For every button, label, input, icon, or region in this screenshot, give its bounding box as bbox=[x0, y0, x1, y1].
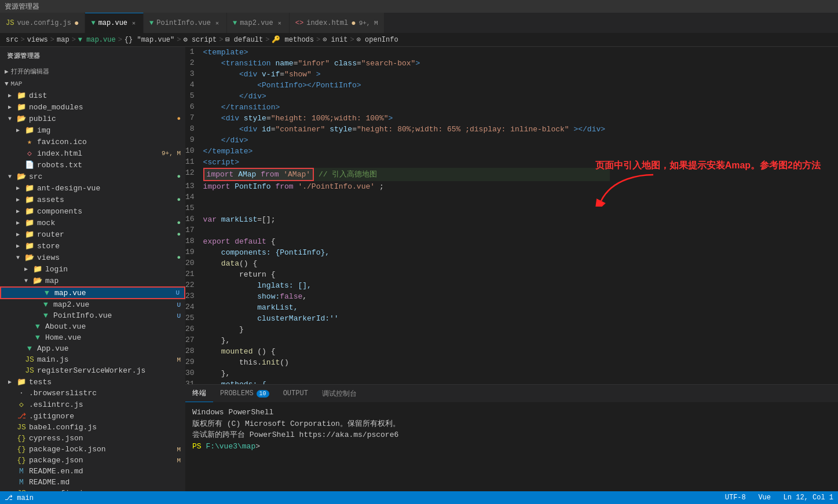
line-number: 26 bbox=[185, 324, 203, 335]
folder-icon: 📁 bbox=[24, 207, 35, 216]
code-line-19: 19 components: {PontiInfo}, bbox=[185, 247, 838, 258]
js-icon: JS bbox=[24, 366, 35, 375]
tree-app-vue[interactable]: ▼ App.vue bbox=[0, 343, 185, 354]
bottom-panel: 终端 PROBLEMS 10 OUTPUT 调试控制台 Windows Powe… bbox=[185, 384, 838, 491]
tree-img[interactable]: ▶ 📁 img bbox=[0, 124, 185, 136]
tree-map-vue[interactable]: ▼ map.vue U bbox=[0, 286, 185, 299]
tree-mock[interactable]: ▶ 📁 mock ● bbox=[0, 217, 185, 229]
line-bg bbox=[610, 168, 838, 181]
folder-icon: 📁 bbox=[24, 218, 35, 227]
folder-icon: 📁 bbox=[24, 195, 35, 204]
tab-map-vue[interactable]: ▼ map.vue ✕ bbox=[85, 13, 144, 33]
folder-icon: 📁 bbox=[24, 230, 35, 239]
terminal-tab[interactable]: 终端 bbox=[185, 385, 213, 402]
tree-cypress-json[interactable]: {} cypress.json bbox=[0, 433, 185, 444]
code-line-23: 23 show:false, bbox=[185, 291, 838, 302]
tree-main-js[interactable]: JS main.js M bbox=[0, 354, 185, 365]
json-icon: {} bbox=[16, 445, 27, 454]
tree-readme[interactable]: M README.md bbox=[0, 477, 185, 488]
code-line-26: 26 } bbox=[185, 324, 838, 335]
tree-browserslistrc[interactable]: · .browserslistrc bbox=[0, 388, 185, 399]
tree-about-vue[interactable]: ▼ About.vue bbox=[0, 321, 185, 332]
line-content: export default { bbox=[203, 236, 610, 247]
folder-icon: 📁 bbox=[24, 183, 35, 193]
tree-node-modules[interactable]: ▶ 📁 node_modules bbox=[0, 101, 185, 113]
item-name: registerServiceWorker.js bbox=[37, 366, 185, 375]
line-content: mounted () { bbox=[203, 346, 610, 357]
line-bg bbox=[610, 214, 838, 225]
tree-eslintrc[interactable]: ◇ .eslintrc.js bbox=[0, 399, 185, 410]
code-editor[interactable]: 1 <template> 2 <transition name="infor" … bbox=[185, 47, 838, 384]
map-section-header[interactable]: ▼ MAP bbox=[0, 78, 185, 90]
tree-assets[interactable]: ▶ 📁 assets ● bbox=[0, 194, 185, 205]
code-line-7: 7 <div style="height: 100%;width: 100%"> bbox=[185, 113, 838, 124]
folder-arrow: ▶ bbox=[16, 185, 24, 192]
bottom-tabs: 终端 PROBLEMS 10 OUTPUT 调试控制台 bbox=[185, 385, 838, 402]
tab-pointinfo[interactable]: ▼ PointInfo.vue ✕ bbox=[144, 13, 227, 33]
tree-pointinfo-vue[interactable]: ▼ PointInfo.vue U bbox=[0, 310, 185, 321]
tree-views[interactable]: ▼ 📂 views ● bbox=[0, 252, 185, 263]
line-number: 7 bbox=[185, 113, 203, 124]
tree-package-json[interactable]: {} package.json M bbox=[0, 455, 185, 466]
line-bg bbox=[610, 269, 838, 280]
tree-readme-en[interactable]: M README.en.md bbox=[0, 466, 185, 477]
item-name: views bbox=[37, 253, 177, 262]
item-name: map bbox=[45, 277, 185, 285]
tab-close-btn[interactable]: ✕ bbox=[214, 19, 221, 27]
code-line-9: 9 </div> bbox=[185, 135, 838, 146]
tree-home-vue[interactable]: ▼ Home.vue bbox=[0, 332, 185, 343]
tree-router[interactable]: ▶ 📁 router ● bbox=[0, 229, 185, 240]
problems-tab[interactable]: PROBLEMS 10 bbox=[213, 385, 276, 402]
js-icon: JS bbox=[16, 423, 27, 432]
tab-index-html[interactable]: <> index.html ● 9+, M bbox=[290, 13, 385, 33]
ico-icon: ★ bbox=[24, 137, 35, 146]
tree-gitignore[interactable]: ⎇ .gitignore bbox=[0, 410, 185, 422]
code-line-31: 31 methods: { bbox=[185, 379, 838, 384]
tree-tests[interactable]: ▶ 📁 tests bbox=[0, 376, 185, 388]
tab-close-btn[interactable]: ✕ bbox=[276, 19, 283, 27]
tree-dist[interactable]: ▶ 📁 dist bbox=[0, 90, 185, 101]
folder-arrow: ▶ bbox=[8, 92, 16, 99]
line-bg bbox=[610, 225, 838, 236]
code-line-14: 14 bbox=[185, 192, 838, 203]
tree-package-lock[interactable]: {} package-lock.json M bbox=[0, 444, 185, 455]
tree-index-html[interactable]: ◇ index.html 9+, M bbox=[0, 148, 185, 159]
item-name: main.js bbox=[37, 355, 177, 364]
md-icon: M bbox=[16, 478, 27, 487]
folder-arrow: ▼ bbox=[24, 278, 32, 284]
tree-login[interactable]: ▶ 📁 login bbox=[0, 263, 185, 275]
line-content: import PontInfo from './PointInfo.vue' ; bbox=[203, 181, 610, 192]
tree-robots[interactable]: 📄 robots.txt bbox=[0, 159, 185, 171]
folder-icon: 📁 bbox=[16, 91, 27, 100]
item-badge: M bbox=[177, 446, 185, 453]
tab-map2[interactable]: ▼ map2.vue ✕ bbox=[227, 13, 290, 33]
tab-close-btn[interactable]: ✕ bbox=[130, 19, 137, 27]
folder-arrow: ▶ bbox=[16, 242, 24, 249]
item-name: package.json bbox=[29, 456, 177, 465]
line-number: 29 bbox=[185, 357, 203, 368]
tree-map-folder[interactable]: ▼ 📂 map bbox=[0, 275, 185, 286]
line-number: 13 bbox=[185, 181, 203, 192]
debug-console-tab[interactable]: 调试控制台 bbox=[315, 385, 364, 402]
tab-vue-config[interactable]: JS vue.config.js ● bbox=[0, 13, 85, 33]
tree-ant-design[interactable]: ▶ 📁 ant-design-vue bbox=[0, 182, 185, 194]
line-content: <template> bbox=[203, 47, 610, 58]
breadcrumb-init: ⊙ init bbox=[323, 35, 347, 44]
tree-store[interactable]: ▶ 📁 store bbox=[0, 240, 185, 252]
line-bg bbox=[610, 69, 838, 80]
open-editors-section[interactable]: ▶ 打开的编辑器 bbox=[0, 65, 185, 78]
item-name: mock bbox=[37, 219, 177, 227]
tree-components[interactable]: ▶ 📁 components bbox=[0, 205, 185, 217]
tab-modified-dot: ● bbox=[74, 19, 79, 28]
tree-favicon[interactable]: ★ favicon.ico bbox=[0, 136, 185, 148]
tree-vue-config-js[interactable]: JS vue.config.js M bbox=[0, 488, 185, 491]
output-tab[interactable]: OUTPUT bbox=[276, 385, 315, 402]
item-name: map2.vue bbox=[53, 300, 177, 309]
tree-public[interactable]: ▼ 📂 public ● bbox=[0, 113, 185, 124]
tree-babel-config[interactable]: JS babel.config.js bbox=[0, 422, 185, 433]
line-bg bbox=[610, 181, 838, 192]
tree-map2-vue[interactable]: ▼ map2.vue U bbox=[0, 299, 185, 310]
line-content: </div> bbox=[203, 135, 610, 146]
tree-service-worker[interactable]: JS registerServiceWorker.js bbox=[0, 365, 185, 376]
tree-src[interactable]: ▼ 📂 src ● bbox=[0, 171, 185, 182]
